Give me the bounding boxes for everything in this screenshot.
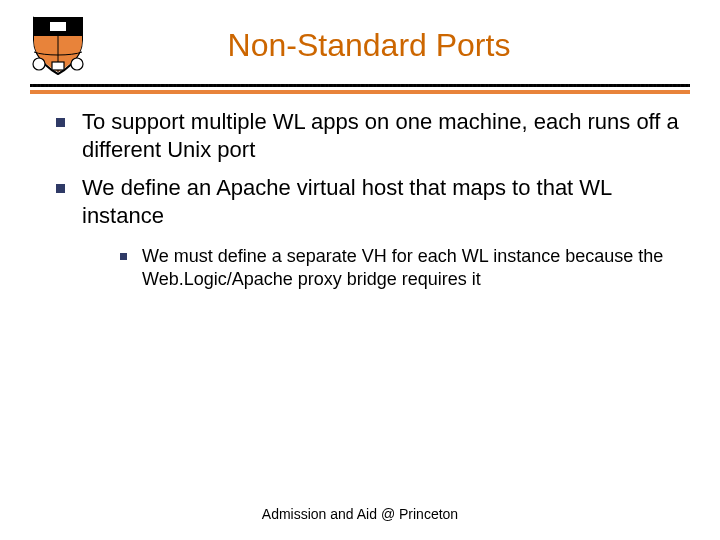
bullet-text: We define an Apache virtual host that ma… — [82, 175, 612, 228]
slide-header: Non-Standard Ports — [30, 12, 690, 78]
slide-footer: Admission and Aid @ Princeton — [0, 506, 720, 522]
svg-point-2 — [71, 58, 83, 70]
list-item: We define an Apache virtual host that ma… — [52, 174, 680, 290]
svg-rect-0 — [50, 22, 66, 31]
list-item: To support multiple WL apps on one machi… — [52, 108, 680, 164]
sub-bullet-text: We must define a separate VH for each WL… — [142, 246, 663, 289]
svg-rect-3 — [52, 62, 64, 70]
title-divider — [30, 84, 690, 90]
list-item: We must define a separate VH for each WL… — [118, 245, 680, 291]
slide: Non-Standard Ports To support multiple W… — [0, 0, 720, 540]
slide-title: Non-Standard Ports — [104, 27, 690, 64]
sub-bullet-list: We must define a separate VH for each WL… — [82, 245, 680, 291]
princeton-shield-icon — [30, 12, 86, 78]
bullet-text: To support multiple WL apps on one machi… — [82, 109, 679, 162]
bullet-list: To support multiple WL apps on one machi… — [30, 108, 690, 291]
svg-point-1 — [33, 58, 45, 70]
